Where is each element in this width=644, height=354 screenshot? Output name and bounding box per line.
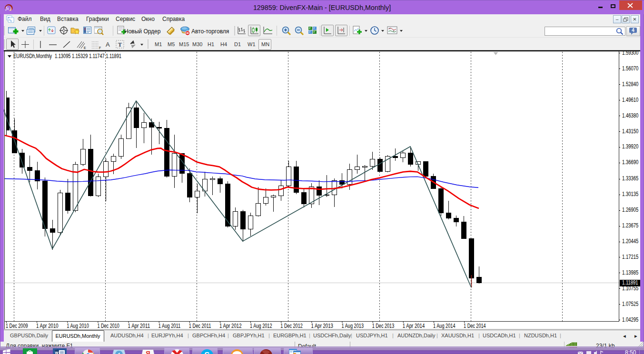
svg-text:1 Dec 2014: 1 Dec 2014 — [464, 323, 486, 329]
svg-text:S: S — [204, 351, 209, 354]
svg-text:1 Dec 2011: 1 Dec 2011 — [189, 323, 211, 329]
svg-text:1 Aug 2012: 1 Aug 2012 — [250, 323, 272, 329]
svg-text:1 Apr 2013: 1 Apr 2013 — [311, 323, 333, 329]
svg-text:1 Dec 2009: 1 Dec 2009 — [6, 323, 28, 329]
svg-text:1 Dec 2012: 1 Dec 2012 — [280, 323, 303, 329]
svg-text:1 Apr 2014: 1 Apr 2014 — [403, 323, 425, 329]
svg-text:1 Aug 2013: 1 Aug 2013 — [342, 323, 364, 329]
svg-text:1 Aug 2011: 1 Aug 2011 — [159, 323, 181, 329]
svg-text:1 Apr 2011: 1 Apr 2011 — [128, 323, 150, 329]
svg-text:1 Dec 2010: 1 Dec 2010 — [97, 323, 119, 329]
svg-text:1 Apr 2010: 1 Apr 2010 — [36, 323, 59, 329]
svg-text:w: w — [54, 350, 59, 354]
svg-text:1 Apr 2012: 1 Apr 2012 — [219, 323, 242, 329]
svg-text:1 Dec 2013: 1 Dec 2013 — [372, 323, 395, 329]
svg-text:Я: Я — [146, 350, 150, 354]
svg-text:1 Aug 2010: 1 Aug 2010 — [67, 323, 89, 329]
svg-text:1 Aug 2014: 1 Aug 2014 — [433, 323, 456, 329]
